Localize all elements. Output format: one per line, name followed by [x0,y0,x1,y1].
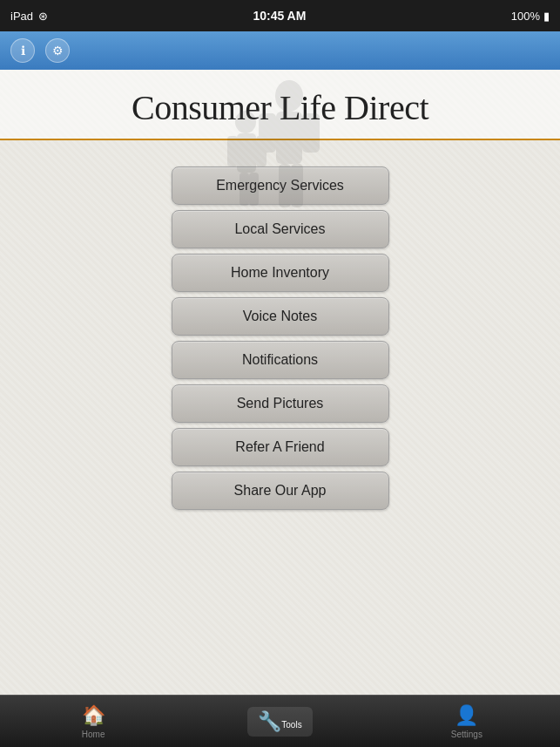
status-bar-left: iPad ⊛ [10,10,48,23]
tab-settings[interactable]: 👤Settings [374,699,560,744]
top-toolbar: ℹ ⚙ [0,31,560,70]
status-bar: iPad ⊛ 10:45 AM 100% ▮ [0,0,560,31]
main-content: Consumer Life Direct Emergency ServicesL… [0,70,560,695]
status-bar-right: 100% ▮ [511,10,550,23]
svg-rect-11 [249,173,259,206]
tab-tools-label: Tools [281,720,301,730]
svg-rect-8 [227,136,238,166]
svg-rect-10 [240,173,249,206]
tab-tools[interactable]: 🔧Tools [186,702,373,742]
menu-button-voice-notes[interactable]: Voice Notes [172,297,389,336]
settings-button[interactable]: ⚙ [45,38,70,63]
carrier-label: iPad [10,10,33,23]
tab-settings-label: Settings [451,730,482,739]
tab-home-label: Home [82,730,105,739]
svg-rect-3 [302,113,320,153]
gear-icon: ⚙ [52,44,64,58]
tab-settings-icon: 👤 [455,704,478,727]
wifi-icon: ⊛ [38,10,48,23]
tab-home[interactable]: 🏠Home [0,699,186,744]
tab-home-icon: 🏠 [82,704,105,727]
menu-button-notifications[interactable]: Notifications [172,341,389,379]
menu-button-refer-a-friend[interactable]: Refer A Friend [172,428,389,466]
svg-rect-5 [291,164,303,207]
menu-button-home-inventory[interactable]: Home Inventory [172,254,389,292]
svg-point-0 [275,80,303,112]
info-button[interactable]: ℹ [10,38,35,63]
info-icon: ℹ [21,44,25,58]
silhouette-bg [150,70,411,209]
svg-rect-9 [256,136,267,166]
tab-tools-icon: 🔧 [258,710,281,732]
menu-button-local-services[interactable]: Local Services [172,210,389,248]
svg-rect-4 [279,164,291,207]
menu-button-send-pictures[interactable]: Send Pictures [172,384,389,423]
svg-rect-7 [237,133,256,173]
battery-percentage: 100% [511,10,540,23]
header-section: Consumer Life Direct [0,70,560,140]
svg-rect-1 [276,112,302,164]
svg-point-6 [235,111,256,133]
battery-icon: ▮ [543,10,550,23]
status-time: 10:45 AM [253,9,306,23]
tab-bar: 🏠Home🔧Tools👤Settings [0,695,560,747]
menu-button-share-our-app[interactable]: Share Our App [172,472,389,510]
